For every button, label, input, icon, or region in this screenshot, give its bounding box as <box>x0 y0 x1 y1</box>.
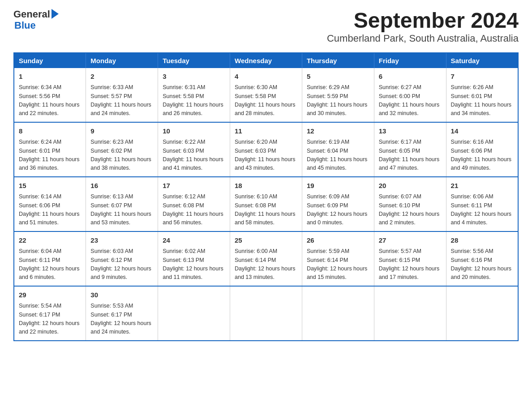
day-number: 11 <box>235 126 297 137</box>
day-number: 15 <box>19 181 81 191</box>
day-number: 24 <box>163 235 225 246</box>
day-number: 8 <box>19 126 81 137</box>
day-info: Sunrise: 6:09 AMSunset: 6:09 PMDaylight:… <box>307 193 369 227</box>
day-number: 20 <box>379 181 442 191</box>
header-saturday: Saturday <box>446 53 518 68</box>
calendar-cell: 7Sunrise: 6:26 AMSunset: 6:01 PMDaylight… <box>446 68 518 122</box>
day-number: 6 <box>379 72 442 82</box>
day-number: 28 <box>451 235 513 246</box>
day-info: Sunrise: 6:07 AMSunset: 6:10 PMDaylight:… <box>379 193 442 227</box>
calendar-cell: 1Sunrise: 6:34 AMSunset: 5:56 PMDaylight… <box>14 68 86 122</box>
logo-blue-text: Blue <box>14 20 36 31</box>
day-info: Sunrise: 5:54 AMSunset: 6:17 PMDaylight:… <box>19 302 81 337</box>
logo-general-text: General <box>13 9 50 20</box>
day-number: 3 <box>163 72 225 82</box>
calendar-subtitle: Cumberland Park, South Australia, Austra… <box>327 33 519 44</box>
calendar-week-row: 29Sunrise: 5:54 AMSunset: 6:17 PMDayligh… <box>14 286 518 341</box>
calendar-cell: 15Sunrise: 6:14 AMSunset: 6:06 PMDayligh… <box>14 177 86 231</box>
calendar-cell: 4Sunrise: 6:30 AMSunset: 5:58 PMDaylight… <box>230 68 302 122</box>
day-number: 1 <box>19 72 81 82</box>
calendar-cell: 18Sunrise: 6:10 AMSunset: 6:08 PMDayligh… <box>230 177 302 231</box>
calendar-cell <box>446 286 518 341</box>
day-number: 14 <box>451 126 513 137</box>
logo-triangle-icon <box>51 9 59 19</box>
calendar-cell: 17Sunrise: 6:12 AMSunset: 6:08 PMDayligh… <box>158 177 230 231</box>
header-friday: Friday <box>374 53 446 68</box>
header-monday: Monday <box>86 53 158 68</box>
title-area: September 2024 Cumberland Park, South Au… <box>327 9 519 44</box>
day-number: 27 <box>379 235 442 246</box>
day-info: Sunrise: 6:02 AMSunset: 6:13 PMDaylight:… <box>163 247 225 282</box>
day-info: Sunrise: 6:12 AMSunset: 6:08 PMDaylight:… <box>163 193 225 227</box>
calendar-cell: 25Sunrise: 6:00 AMSunset: 6:14 PMDayligh… <box>230 231 302 286</box>
calendar-cell: 28Sunrise: 5:56 AMSunset: 6:16 PMDayligh… <box>446 231 518 286</box>
calendar-cell: 3Sunrise: 6:31 AMSunset: 5:58 PMDaylight… <box>158 68 230 122</box>
calendar-cell: 9Sunrise: 6:23 AMSunset: 6:02 PMDaylight… <box>86 122 158 177</box>
calendar-cell: 19Sunrise: 6:09 AMSunset: 6:09 PMDayligh… <box>302 177 374 231</box>
calendar-title: September 2024 <box>327 9 519 33</box>
calendar-cell: 5Sunrise: 6:29 AMSunset: 5:59 PMDaylight… <box>302 68 374 122</box>
day-info: Sunrise: 6:03 AMSunset: 6:12 PMDaylight:… <box>90 247 153 282</box>
day-number: 17 <box>163 181 225 191</box>
day-info: Sunrise: 6:24 AMSunset: 6:01 PMDaylight:… <box>19 138 81 173</box>
day-number: 10 <box>163 126 225 137</box>
calendar-cell: 22Sunrise: 6:04 AMSunset: 6:11 PMDayligh… <box>14 231 86 286</box>
day-number: 25 <box>235 235 297 246</box>
day-info: Sunrise: 6:16 AMSunset: 6:06 PMDaylight:… <box>451 138 513 173</box>
calendar-cell <box>374 286 446 341</box>
calendar-cell <box>230 286 302 341</box>
day-info: Sunrise: 6:34 AMSunset: 5:56 PMDaylight:… <box>19 83 81 118</box>
calendar-cell: 11Sunrise: 6:20 AMSunset: 6:03 PMDayligh… <box>230 122 302 177</box>
day-info: Sunrise: 6:04 AMSunset: 6:11 PMDaylight:… <box>19 247 81 282</box>
day-number: 21 <box>451 181 513 191</box>
calendar-cell: 16Sunrise: 6:13 AMSunset: 6:07 PMDayligh… <box>86 177 158 231</box>
header-thursday: Thursday <box>302 53 374 68</box>
calendar-cell: 27Sunrise: 5:57 AMSunset: 6:15 PMDayligh… <box>374 231 446 286</box>
calendar-table: Sunday Monday Tuesday Wednesday Thursday… <box>13 52 519 341</box>
day-info: Sunrise: 6:27 AMSunset: 6:00 PMDaylight:… <box>379 83 442 118</box>
day-info: Sunrise: 6:20 AMSunset: 6:03 PMDaylight:… <box>235 138 297 173</box>
day-info: Sunrise: 6:17 AMSunset: 6:05 PMDaylight:… <box>379 138 442 173</box>
day-info: Sunrise: 6:10 AMSunset: 6:08 PMDaylight:… <box>235 193 297 227</box>
day-number: 13 <box>379 126 442 137</box>
calendar-week-row: 22Sunrise: 6:04 AMSunset: 6:11 PMDayligh… <box>14 231 518 286</box>
calendar-cell: 26Sunrise: 5:59 AMSunset: 6:14 PMDayligh… <box>302 231 374 286</box>
day-number: 29 <box>19 290 81 300</box>
day-info: Sunrise: 5:56 AMSunset: 6:16 PMDaylight:… <box>451 247 513 282</box>
calendar-week-row: 8Sunrise: 6:24 AMSunset: 6:01 PMDaylight… <box>14 122 518 177</box>
calendar-cell: 13Sunrise: 6:17 AMSunset: 6:05 PMDayligh… <box>374 122 446 177</box>
header-wednesday: Wednesday <box>230 53 302 68</box>
day-info: Sunrise: 6:00 AMSunset: 6:14 PMDaylight:… <box>235 247 297 282</box>
day-number: 18 <box>235 181 297 191</box>
day-info: Sunrise: 6:26 AMSunset: 6:01 PMDaylight:… <box>451 83 513 118</box>
day-number: 22 <box>19 235 81 246</box>
day-info: Sunrise: 6:33 AMSunset: 5:57 PMDaylight:… <box>90 83 153 118</box>
header-tuesday: Tuesday <box>158 53 230 68</box>
calendar-cell: 23Sunrise: 6:03 AMSunset: 6:12 PMDayligh… <box>86 231 158 286</box>
day-info: Sunrise: 6:30 AMSunset: 5:58 PMDaylight:… <box>235 83 297 118</box>
day-number: 12 <box>307 126 369 137</box>
calendar-cell: 2Sunrise: 6:33 AMSunset: 5:57 PMDaylight… <box>86 68 158 122</box>
calendar-week-row: 15Sunrise: 6:14 AMSunset: 6:06 PMDayligh… <box>14 177 518 231</box>
calendar-cell <box>158 286 230 341</box>
day-info: Sunrise: 6:19 AMSunset: 6:04 PMDaylight:… <box>307 138 369 173</box>
day-info: Sunrise: 6:23 AMSunset: 6:02 PMDaylight:… <box>90 138 153 173</box>
calendar-week-row: 1Sunrise: 6:34 AMSunset: 5:56 PMDaylight… <box>14 68 518 122</box>
calendar-cell: 21Sunrise: 6:06 AMSunset: 6:11 PMDayligh… <box>446 177 518 231</box>
calendar-header-row: Sunday Monday Tuesday Wednesday Thursday… <box>14 53 518 68</box>
day-number: 7 <box>451 72 513 82</box>
day-number: 19 <box>307 181 369 191</box>
day-number: 23 <box>90 235 153 246</box>
calendar-cell: 20Sunrise: 6:07 AMSunset: 6:10 PMDayligh… <box>374 177 446 231</box>
calendar-cell: 8Sunrise: 6:24 AMSunset: 6:01 PMDaylight… <box>14 122 86 177</box>
day-info: Sunrise: 6:31 AMSunset: 5:58 PMDaylight:… <box>163 83 225 118</box>
day-number: 2 <box>90 72 153 82</box>
calendar-cell: 12Sunrise: 6:19 AMSunset: 6:04 PMDayligh… <box>302 122 374 177</box>
day-info: Sunrise: 5:57 AMSunset: 6:15 PMDaylight:… <box>379 247 442 282</box>
day-number: 26 <box>307 235 369 246</box>
day-info: Sunrise: 6:06 AMSunset: 6:11 PMDaylight:… <box>451 193 513 227</box>
logo: General Blue <box>13 9 59 31</box>
calendar-cell: 10Sunrise: 6:22 AMSunset: 6:03 PMDayligh… <box>158 122 230 177</box>
day-info: Sunrise: 5:53 AMSunset: 6:17 PMDaylight:… <box>90 302 153 337</box>
day-info: Sunrise: 5:59 AMSunset: 6:14 PMDaylight:… <box>307 247 369 282</box>
